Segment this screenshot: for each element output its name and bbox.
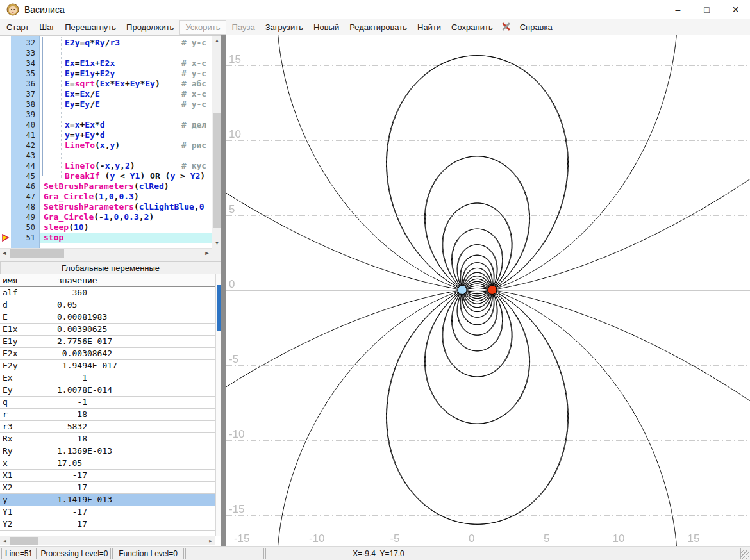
variable-row-E1y[interactable]: E1y2.7756E-017 <box>0 336 215 348</box>
menu-item-4[interactable]: Ускорить <box>179 20 226 35</box>
code-line-45[interactable]: BreakIf (y < Y1) OR (y > Y2) <box>40 171 212 181</box>
line-number-36[interactable]: 36 <box>11 79 39 89</box>
editor-hscrollbar[interactable]: ◄ ► <box>0 248 212 258</box>
variable-row-Ex[interactable]: Ex 1 <box>0 372 215 384</box>
code-line-33[interactable] <box>40 48 212 58</box>
code-line-51[interactable]: stop <box>40 233 212 243</box>
line-number-49[interactable]: 49 <box>11 212 39 222</box>
line-number-50[interactable]: 50 <box>11 222 39 233</box>
code-line-43[interactable] <box>40 151 212 161</box>
code-line-36[interactable]: E=sqrt(Ex*Ex+Ey*Ey)# абс <box>40 79 212 89</box>
code-line-34[interactable]: Ex=E1x+E2x# x-с <box>40 58 212 69</box>
variables-vscroll-thumb[interactable] <box>217 285 221 331</box>
variable-row-Ry[interactable]: Ry1.1369E-013 <box>0 445 215 457</box>
editor-hscroll-thumb[interactable] <box>10 249 64 258</box>
resize-grip[interactable] <box>740 550 749 559</box>
menu-item-0[interactable]: Старт <box>1 20 34 35</box>
variable-row-x[interactable]: x17.05 <box>0 457 215 470</box>
menu-item-1[interactable]: Шаг <box>34 20 60 35</box>
variable-row-Y2[interactable]: Y2 17 <box>0 518 215 531</box>
variables-vscrollbar[interactable] <box>215 274 221 536</box>
code-line-47[interactable]: Gra_Circle(1,0,0.3) <box>40 192 212 202</box>
variable-row-d[interactable]: d0.05 <box>0 299 215 311</box>
line-number-35[interactable]: 35 <box>11 69 39 79</box>
menu-item-6[interactable]: Загрузить <box>260 20 308 35</box>
variable-row-Rx[interactable]: Rx 18 <box>0 433 215 445</box>
line-number-48[interactable]: 48 <box>11 202 39 212</box>
variable-row-Ey[interactable]: Ey1.0078E-014 <box>0 384 215 397</box>
code-line-35[interactable]: Ey=E1y+E2y# у-с <box>40 69 212 79</box>
vertical-splitter[interactable] <box>221 35 226 546</box>
status-empty-3 <box>417 548 741 559</box>
line-number-33[interactable]: 33 <box>11 48 39 58</box>
line-number-44[interactable]: 44 <box>11 161 39 171</box>
variable-row-q[interactable]: q -1 <box>0 397 215 409</box>
code-line-39[interactable] <box>40 110 212 120</box>
maximize-button[interactable]: □ <box>692 0 721 19</box>
scroll-right-icon[interactable]: ► <box>203 249 212 258</box>
variables-hscrollbar[interactable]: ◄ ► <box>0 536 215 545</box>
scroll-down-icon[interactable]: ▼ <box>212 238 222 248</box>
menu-item-2[interactable]: Перешагнуть <box>60 20 121 35</box>
variable-row-E[interactable]: E0.00081983 <box>0 311 215 324</box>
code-line-46[interactable]: SetBrushParameters(clRed) <box>40 181 212 192</box>
line-number-32[interactable]: 32 <box>11 38 39 48</box>
code-line-41[interactable]: y=y+Ey*d <box>40 130 212 140</box>
menu-item-7[interactable]: Новый <box>308 20 344 35</box>
menu-item-3[interactable]: Продолжить <box>121 20 179 35</box>
variable-row-E2x[interactable]: E2x-0.00308642 <box>0 348 215 360</box>
variable-row-Y1[interactable]: Y1 -17 <box>0 506 215 518</box>
plot-canvas[interactable] <box>226 35 750 546</box>
menu-item-10[interactable]: Сохранить <box>446 20 498 35</box>
variable-row-E2y[interactable]: E2y-1.9494E-017 <box>0 360 215 372</box>
line-number-39[interactable]: 39 <box>11 110 39 120</box>
scroll-up-icon[interactable]: ▲ <box>212 36 222 45</box>
line-number-46[interactable]: 46 <box>11 181 39 192</box>
editor-vscrollbar[interactable]: ▲ ▼ <box>212 36 221 248</box>
line-number-34[interactable]: 34 <box>11 58 39 69</box>
line-number-37[interactable]: 37 <box>11 89 39 99</box>
variable-row-X2[interactable]: X2 17 <box>0 482 215 494</box>
line-number-51[interactable]: 51 <box>11 233 39 243</box>
menu-item-5[interactable]: Пауза <box>227 20 260 35</box>
line-number-41[interactable]: 41 <box>11 130 39 140</box>
variable-row-E1x[interactable]: E1x0.00390625 <box>0 324 215 336</box>
variable-row-r3[interactable]: r3 5832 <box>0 421 215 433</box>
variables-hscroll-thumb[interactable] <box>10 537 38 545</box>
code-line-42[interactable]: LineTo(x,y)# рис <box>40 140 212 151</box>
close-button[interactable]: ✕ <box>721 0 750 19</box>
variables-panel-title: Глобальные переменные <box>0 261 221 274</box>
menu-item-8[interactable]: Редактировать <box>344 20 412 35</box>
menu-item-9[interactable]: Найти <box>412 20 446 35</box>
vars-scroll-right-icon[interactable]: ► <box>206 536 215 546</box>
vars-scroll-left-icon[interactable]: ◄ <box>0 536 9 546</box>
minimize-button[interactable]: – <box>663 0 692 19</box>
breakpoint-margin[interactable] <box>0 36 11 248</box>
code-line-49[interactable]: Gra_Circle(-1,0,0.3,2) <box>40 212 212 222</box>
variable-row-X1[interactable]: X1 -17 <box>0 470 215 482</box>
code-line-38[interactable]: Ey=Ey/E# у-с <box>40 99 212 110</box>
code-line-48[interactable]: SetBrushParameters(clLightBlue,0 <box>40 202 212 212</box>
code-line-44[interactable]: LineTo(-x,y,2)# кус <box>40 161 212 171</box>
tools-icon[interactable] <box>501 22 512 32</box>
status-empty-1 <box>185 548 264 559</box>
variable-row-r[interactable]: r 18 <box>0 409 215 421</box>
line-number-40[interactable]: 40 <box>11 120 39 130</box>
line-number-gutter[interactable]: 3233343536373839404142434445464748495051 <box>11 36 40 248</box>
code-line-32[interactable]: E2y=q*Ry/r3# у-с <box>40 38 212 48</box>
line-number-42[interactable]: 42 <box>11 140 39 151</box>
line-number-47[interactable]: 47 <box>11 192 39 202</box>
line-number-43[interactable]: 43 <box>11 151 39 161</box>
code-line-50[interactable]: sleep(10) <box>40 222 212 233</box>
variable-row-alf[interactable]: alf 360 <box>0 287 215 299</box>
code-line-40[interactable]: x=x+Ex*d# дел <box>40 120 212 130</box>
line-number-38[interactable]: 38 <box>11 99 39 110</box>
line-number-45[interactable]: 45 <box>11 171 39 181</box>
menu-item-12[interactable]: Справка <box>515 20 558 35</box>
editor-vscroll-thumb[interactable] <box>213 113 221 228</box>
variable-row-y[interactable]: y1.1419E-013 <box>0 494 215 506</box>
code-area[interactable]: E2y=q*Ry/r3# у-сEx=E1x+E2x# x-сEy=E1y+E2… <box>40 36 212 248</box>
plot-area <box>226 35 750 546</box>
scroll-left-icon[interactable]: ◄ <box>0 249 9 258</box>
code-line-37[interactable]: Ex=Ex/E# x-с <box>40 89 212 99</box>
